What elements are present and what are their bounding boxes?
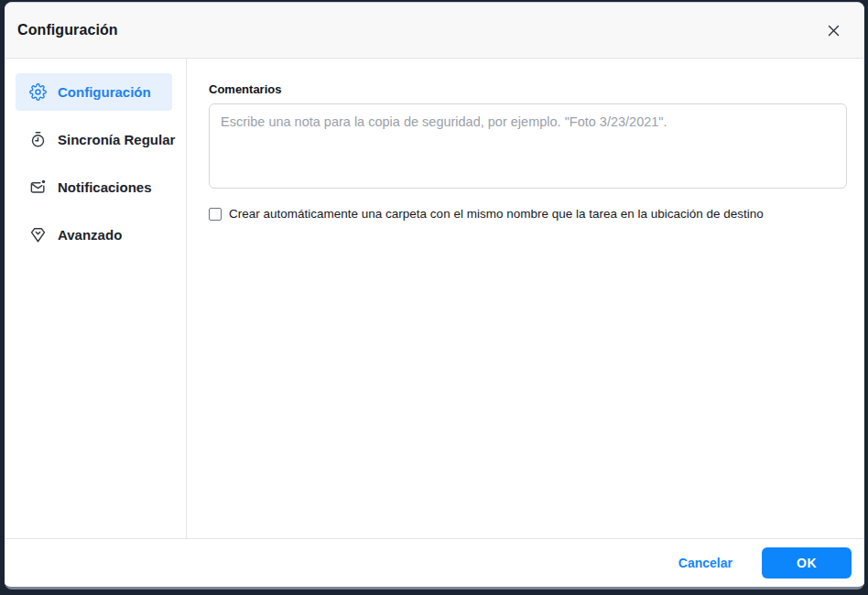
auto-folder-checkbox[interactable]: [209, 208, 222, 221]
sidebar-item-label: Notificaciones: [58, 179, 152, 195]
sidebar-item-notificaciones[interactable]: Notificaciones: [16, 168, 172, 206]
comments-label: Comentarios: [209, 82, 847, 96]
close-icon: [827, 24, 841, 38]
auto-folder-checkbox-row[interactable]: Crear automáticamente una carpeta con el…: [209, 207, 847, 221]
comments-textarea[interactable]: [209, 103, 847, 189]
dialog-titlebar: Configuración: [5, 3, 864, 59]
ok-button[interactable]: OK: [762, 547, 852, 579]
close-button[interactable]: [820, 17, 846, 43]
main-panel: Comentarios Crear automáticamente una ca…: [187, 59, 864, 538]
sidebar-item-label: Sincronía Regular: [58, 132, 175, 147]
dialog-footer: Cancelar OK: [5, 538, 864, 587]
auto-folder-checkbox-label: Crear automáticamente una carpeta con el…: [229, 207, 764, 221]
diamond-icon: [29, 226, 47, 243]
gear-icon: [29, 83, 47, 101]
cancel-button[interactable]: Cancelar: [678, 556, 732, 570]
sidebar: Configuración Sincronía Regular Notifica…: [5, 59, 187, 538]
settings-dialog: Configuración Configuración: [5, 2, 864, 590]
sidebar-item-label: Avanzado: [58, 227, 122, 243]
dialog-title: Configuración: [17, 22, 118, 38]
sidebar-item-sincronia-regular[interactable]: Sincronía Regular: [16, 121, 172, 158]
stopwatch-icon: [29, 131, 47, 148]
sidebar-item-label: Configuración: [58, 84, 151, 100]
mail-notification-icon: [29, 178, 47, 196]
sidebar-item-avanzado[interactable]: Avanzado: [16, 216, 172, 254]
dialog-body: Configuración Sincronía Regular Notifica…: [5, 59, 864, 538]
sidebar-item-configuracion[interactable]: Configuración: [16, 73, 172, 111]
